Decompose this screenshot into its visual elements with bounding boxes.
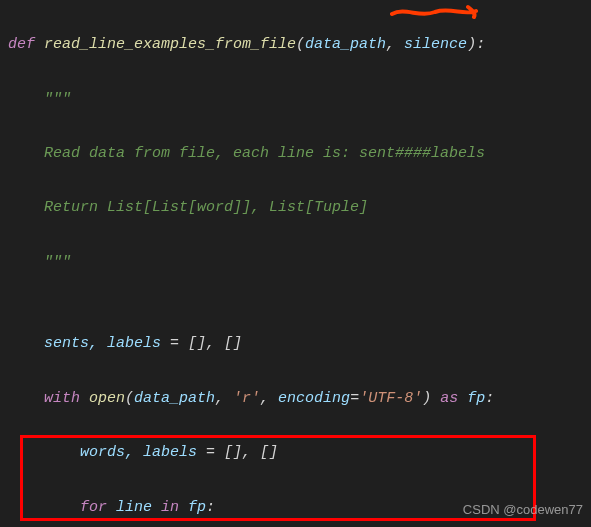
code-line: with open(data_path, 'r', encoding='UTF-…: [8, 385, 591, 412]
docstring-line: """: [8, 86, 591, 113]
docstring-line: Read data from file, each line is: sent#…: [8, 140, 591, 167]
param-silence: silence: [404, 36, 467, 53]
param-data-path: data_path: [305, 36, 386, 53]
code-line: sents, labels = [], []: [8, 330, 591, 357]
function-name: read_line_examples_from_file: [35, 36, 296, 53]
code-line: words, labels = [], []: [8, 439, 591, 466]
watermark-text: CSDN @codewen77: [463, 496, 583, 523]
docstring-line: """: [8, 249, 591, 276]
docstring-line: Return List[List[word]], List[Tuple]: [8, 194, 591, 221]
keyword-def: def: [8, 36, 35, 53]
code-editor[interactable]: def read_line_examples_from_file(data_pa…: [0, 0, 591, 527]
code-line: def read_line_examples_from_file(data_pa…: [8, 31, 591, 58]
